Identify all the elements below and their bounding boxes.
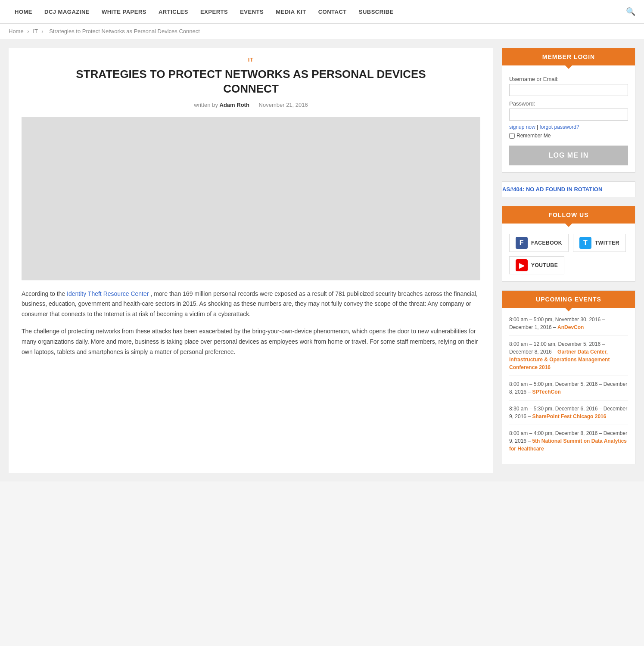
login-links: signup now | forgot password? bbox=[509, 124, 628, 130]
password-input[interactable] bbox=[509, 109, 628, 121]
social-buttons: f FACEBOOK t TWITTER ▶ YOUTUBE bbox=[509, 234, 628, 274]
twitter-icon: t bbox=[579, 237, 591, 249]
password-label: Password: bbox=[509, 100, 628, 107]
nav-dcj-magazine[interactable]: DCJ MAGAZINE bbox=[38, 9, 96, 15]
login-button[interactable]: LOG ME IN bbox=[509, 146, 628, 165]
youtube-button[interactable]: ▶ YOUTUBE bbox=[509, 256, 564, 274]
list-item: 8:00 am – 5:00 pm, November 30, 2016 – D… bbox=[509, 311, 628, 336]
member-login-box: MEMBER LOGIN Username or Email: Password… bbox=[502, 48, 635, 173]
article-author[interactable]: Adam Roth bbox=[220, 102, 249, 108]
nav-home[interactable]: HOME bbox=[9, 9, 38, 15]
ad-text: AS#404: NO AD FOUND IN ROTATION bbox=[502, 182, 635, 197]
login-form: Username or Email: Password: signup now … bbox=[502, 65, 635, 172]
nav-experts[interactable]: EXPERTS bbox=[194, 9, 234, 15]
event-link[interactable]: SPTechCon bbox=[532, 389, 560, 395]
event-link[interactable]: SharePoint Fest Chicago 2016 bbox=[532, 413, 606, 419]
nav-events[interactable]: EVENTS bbox=[234, 9, 270, 15]
login-box-title: MEMBER LOGIN bbox=[502, 48, 635, 65]
nav-media-kit[interactable]: MEDIA KIT bbox=[270, 9, 312, 15]
article-meta: written by Adam Roth November 21, 2016 bbox=[22, 102, 480, 108]
ad-link[interactable]: AS#404: NO AD FOUND IN ROTATION bbox=[502, 186, 602, 193]
username-label: Username or Email: bbox=[509, 76, 628, 82]
breadcrumb-sep1: › bbox=[27, 28, 31, 34]
nav-articles[interactable]: ARTICLES bbox=[152, 9, 194, 15]
remember-me-row: Remember Me bbox=[509, 133, 628, 139]
article-content: IT STRATEGIES TO PROTECT NETWORKS AS PER… bbox=[9, 48, 493, 473]
youtube-label: YOUTUBE bbox=[531, 262, 558, 268]
remember-me-label: Remember Me bbox=[516, 133, 551, 139]
article-paragraph-1: According to the Identity Theft Resource… bbox=[22, 289, 480, 320]
follow-us-box: FOLLOW US f FACEBOOK t TWITTER ▶ YOUTUBE bbox=[502, 206, 635, 282]
article-category: IT bbox=[22, 56, 480, 63]
breadcrumb: Home › IT › Strategies to Protect Networ… bbox=[0, 24, 644, 39]
forgot-password-link[interactable]: forgot password? bbox=[540, 124, 579, 130]
nav-subscribe[interactable]: SUBSCRIBE bbox=[353, 9, 400, 15]
youtube-icon: ▶ bbox=[516, 259, 528, 271]
breadcrumb-sep2: › bbox=[41, 28, 45, 34]
event-time: 8:00 am – 5:00 pm, December 5, 2016 – De… bbox=[509, 381, 627, 395]
twitter-label: TWITTER bbox=[595, 240, 619, 246]
article-paragraph-2: The challenge of protecting networks fro… bbox=[22, 326, 480, 357]
username-input[interactable] bbox=[509, 84, 628, 96]
article-date: November 21, 2016 bbox=[259, 102, 308, 108]
event-link[interactable]: AnDevCon bbox=[557, 324, 584, 330]
article-title: STRATEGIES TO PROTECT NETWORKS AS PERSON… bbox=[22, 67, 480, 96]
sidebar: MEMBER LOGIN Username or Email: Password… bbox=[502, 48, 635, 473]
main-nav: HOME DCJ MAGAZINE WHITE PAPERS ARTICLES … bbox=[0, 0, 644, 24]
facebook-button[interactable]: f FACEBOOK bbox=[509, 234, 569, 252]
list-item: 8:00 am – 12:00 am, December 5, 2016 – D… bbox=[509, 336, 628, 376]
article-image bbox=[22, 117, 480, 280]
events-title: UPCOMING EVENTS bbox=[502, 291, 635, 308]
list-item: 8:00 am – 5:00 pm, December 5, 2016 – De… bbox=[509, 376, 628, 401]
signup-link[interactable]: signup now bbox=[509, 124, 535, 130]
search-icon[interactable]: 🔍 bbox=[626, 7, 635, 16]
events-list: 8:00 am – 5:00 pm, November 30, 2016 – D… bbox=[502, 308, 635, 464]
twitter-button[interactable]: t TWITTER bbox=[573, 234, 626, 252]
article-body: According to the Identity Theft Resource… bbox=[22, 289, 480, 357]
breadcrumb-it[interactable]: IT bbox=[33, 28, 37, 34]
nav-white-papers[interactable]: WHITE PAPERS bbox=[96, 9, 152, 15]
page-layout: IT STRATEGIES TO PROTECT NETWORKS AS PER… bbox=[0, 39, 644, 481]
social-buttons-container: f FACEBOOK t TWITTER ▶ YOUTUBE bbox=[502, 224, 635, 281]
breadcrumb-home[interactable]: Home bbox=[9, 28, 24, 34]
nav-contact[interactable]: CONTACT bbox=[312, 9, 353, 15]
facebook-icon: f bbox=[516, 237, 528, 249]
itrc-link[interactable]: Identity Theft Resource Center bbox=[67, 290, 149, 297]
breadcrumb-current: Strategies to Protect Networks as Person… bbox=[49, 28, 200, 34]
ad-box: AS#404: NO AD FOUND IN ROTATION bbox=[502, 181, 635, 197]
remember-me-checkbox[interactable] bbox=[509, 133, 515, 139]
list-item: 8:00 am – 4:00 pm, December 8, 2016 – De… bbox=[509, 425, 628, 457]
upcoming-events-box: UPCOMING EVENTS 8:00 am – 5:00 pm, Novem… bbox=[502, 290, 635, 464]
facebook-label: FACEBOOK bbox=[531, 240, 562, 246]
follow-us-title: FOLLOW US bbox=[502, 206, 635, 224]
list-item: 8:30 am – 5:30 pm, December 6, 2016 – De… bbox=[509, 401, 628, 425]
